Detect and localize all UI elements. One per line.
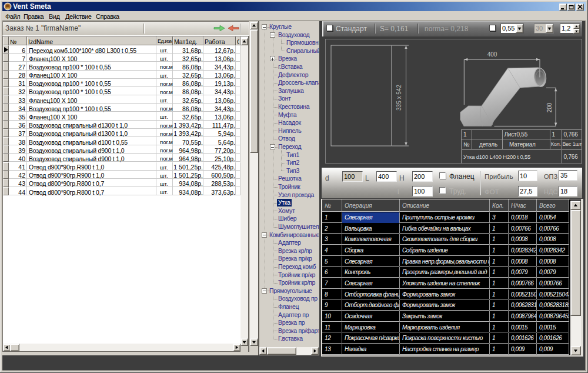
svg-text:400: 400: [487, 51, 497, 58]
svg-text:200: 200: [546, 102, 553, 112]
svg-text:335 x 542: 335 x 542: [396, 85, 402, 111]
